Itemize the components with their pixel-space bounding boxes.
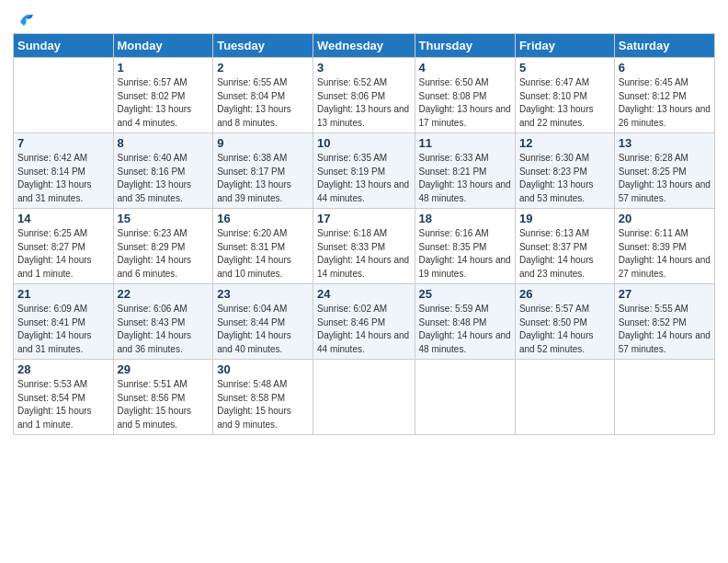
day-info: Sunrise: 6:50 AMSunset: 8:08 PMDaylight:… xyxy=(419,76,511,130)
calendar-cell xyxy=(313,360,415,435)
calendar-cell: 27 Sunrise: 5:55 AMSunset: 8:52 PMDaylig… xyxy=(614,284,714,360)
day-info: Sunrise: 5:59 AMSunset: 8:48 PMDaylight:… xyxy=(419,303,511,356)
day-info: Sunrise: 6:30 AMSunset: 8:23 PMDaylight:… xyxy=(519,152,610,205)
day-number: 5 xyxy=(519,61,610,75)
day-info: Sunrise: 5:48 AMSunset: 8:58 PMDaylight:… xyxy=(217,378,309,431)
day-info: Sunrise: 5:51 AMSunset: 8:56 PMDaylight:… xyxy=(118,378,210,431)
day-number: 21 xyxy=(17,287,109,301)
day-number: 24 xyxy=(317,287,410,301)
calendar-cell: 18 Sunrise: 6:16 AMSunset: 8:35 PMDaylig… xyxy=(415,209,515,284)
calendar-cell: 9 Sunrise: 6:38 AMSunset: 8:17 PMDayligh… xyxy=(213,133,313,209)
calendar-cell: 13 Sunrise: 6:28 AMSunset: 8:25 PMDaylig… xyxy=(614,133,714,209)
day-info: Sunrise: 6:02 AMSunset: 8:46 PMDaylight:… xyxy=(317,303,410,356)
day-info: Sunrise: 6:33 AMSunset: 8:21 PMDaylight:… xyxy=(419,152,511,205)
day-number: 29 xyxy=(118,362,210,376)
calendar-cell: 7 Sunrise: 6:42 AMSunset: 8:14 PMDayligh… xyxy=(14,133,114,209)
day-info: Sunrise: 6:09 AMSunset: 8:41 PMDaylight:… xyxy=(17,303,109,356)
day-number: 26 xyxy=(519,287,610,301)
day-number: 13 xyxy=(619,136,711,150)
day-number: 23 xyxy=(217,287,309,301)
calendar-cell: 2 Sunrise: 6:55 AMSunset: 8:04 PMDayligh… xyxy=(213,58,313,133)
calendar-cell: 24 Sunrise: 6:02 AMSunset: 8:46 PMDaylig… xyxy=(313,284,415,360)
day-number: 16 xyxy=(217,212,309,225)
day-number: 14 xyxy=(17,212,109,225)
calendar-cell: 11 Sunrise: 6:33 AMSunset: 8:21 PMDaylig… xyxy=(415,133,515,209)
day-number: 27 xyxy=(619,287,711,301)
weekday-header-thursday: Thursday xyxy=(415,34,515,58)
day-number: 20 xyxy=(619,212,711,225)
calendar-cell: 23 Sunrise: 6:04 AMSunset: 8:44 PMDaylig… xyxy=(213,284,313,360)
day-number: 17 xyxy=(317,212,410,225)
calendar-week-row: 28 Sunrise: 5:53 AMSunset: 8:54 PMDaylig… xyxy=(14,360,715,435)
day-number: 1 xyxy=(118,61,210,75)
calendar-cell: 15 Sunrise: 6:23 AMSunset: 8:29 PMDaylig… xyxy=(113,209,213,284)
calendar-cell: 20 Sunrise: 6:11 AMSunset: 8:39 PMDaylig… xyxy=(614,209,714,284)
calendar-cell: 26 Sunrise: 5:57 AMSunset: 8:50 PMDaylig… xyxy=(515,284,614,360)
calendar-cell: 29 Sunrise: 5:51 AMSunset: 8:56 PMDaylig… xyxy=(113,360,213,435)
weekday-header-tuesday: Tuesday xyxy=(213,34,313,58)
day-info: Sunrise: 6:55 AMSunset: 8:04 PMDaylight:… xyxy=(217,76,309,130)
calendar-cell: 16 Sunrise: 6:20 AMSunset: 8:31 PMDaylig… xyxy=(213,209,313,284)
calendar-cell: 1 Sunrise: 6:57 AMSunset: 8:02 PMDayligh… xyxy=(113,58,213,133)
day-info: Sunrise: 6:25 AMSunset: 8:27 PMDaylight:… xyxy=(17,227,109,281)
calendar-cell: 12 Sunrise: 6:30 AMSunset: 8:23 PMDaylig… xyxy=(515,133,614,209)
calendar-cell: 22 Sunrise: 6:06 AMSunset: 8:43 PMDaylig… xyxy=(113,284,213,360)
weekday-header-sunday: Sunday xyxy=(14,34,114,58)
day-info: Sunrise: 6:04 AMSunset: 8:44 PMDaylight:… xyxy=(217,303,309,356)
day-number: 8 xyxy=(118,136,210,150)
calendar-cell: 14 Sunrise: 6:25 AMSunset: 8:27 PMDaylig… xyxy=(14,209,114,284)
day-number: 7 xyxy=(17,136,109,150)
day-number: 18 xyxy=(419,212,511,225)
calendar-cell: 3 Sunrise: 6:52 AMSunset: 8:06 PMDayligh… xyxy=(313,58,415,133)
calendar-cell: 25 Sunrise: 5:59 AMSunset: 8:48 PMDaylig… xyxy=(415,284,515,360)
calendar-header-row: SundayMondayTuesdayWednesdayThursdayFrid… xyxy=(14,34,715,58)
calendar-week-row: 14 Sunrise: 6:25 AMSunset: 8:27 PMDaylig… xyxy=(14,209,715,284)
day-number: 4 xyxy=(419,61,511,75)
weekday-header-saturday: Saturday xyxy=(614,34,714,58)
page: SundayMondayTuesdayWednesdayThursdayFrid… xyxy=(0,0,728,563)
calendar-cell: 21 Sunrise: 6:09 AMSunset: 8:41 PMDaylig… xyxy=(14,284,114,360)
day-number: 15 xyxy=(118,212,210,225)
day-info: Sunrise: 6:45 AMSunset: 8:12 PMDaylight:… xyxy=(619,76,711,130)
day-number: 11 xyxy=(419,136,511,150)
day-info: Sunrise: 6:52 AMSunset: 8:06 PMDaylight:… xyxy=(317,76,410,130)
day-number: 10 xyxy=(317,136,410,150)
weekday-header-monday: Monday xyxy=(113,34,213,58)
calendar-cell xyxy=(515,360,614,435)
day-info: Sunrise: 5:55 AMSunset: 8:52 PMDaylight:… xyxy=(619,303,711,356)
logo xyxy=(13,9,37,28)
calendar-cell: 30 Sunrise: 5:48 AMSunset: 8:58 PMDaylig… xyxy=(213,360,313,435)
day-number: 25 xyxy=(419,287,511,301)
day-number: 3 xyxy=(317,61,410,75)
day-info: Sunrise: 5:57 AMSunset: 8:50 PMDaylight:… xyxy=(519,303,610,356)
day-info: Sunrise: 6:13 AMSunset: 8:37 PMDaylight:… xyxy=(519,227,610,281)
calendar-week-row: 1 Sunrise: 6:57 AMSunset: 8:02 PMDayligh… xyxy=(14,58,715,133)
calendar-cell: 19 Sunrise: 6:13 AMSunset: 8:37 PMDaylig… xyxy=(515,209,614,284)
day-number: 22 xyxy=(118,287,210,301)
calendar-cell xyxy=(614,360,714,435)
calendar-cell: 5 Sunrise: 6:47 AMSunset: 8:10 PMDayligh… xyxy=(515,58,614,133)
calendar-cell: 4 Sunrise: 6:50 AMSunset: 8:08 PMDayligh… xyxy=(415,58,515,133)
day-info: Sunrise: 6:20 AMSunset: 8:31 PMDaylight:… xyxy=(217,227,309,281)
day-info: Sunrise: 6:18 AMSunset: 8:33 PMDaylight:… xyxy=(317,227,410,281)
day-info: Sunrise: 6:16 AMSunset: 8:35 PMDaylight:… xyxy=(419,227,511,281)
day-info: Sunrise: 6:47 AMSunset: 8:10 PMDaylight:… xyxy=(519,76,610,130)
logo-bird-icon xyxy=(17,9,37,29)
day-number: 30 xyxy=(217,362,309,376)
day-number: 28 xyxy=(17,362,109,376)
calendar-cell: 17 Sunrise: 6:18 AMSunset: 8:33 PMDaylig… xyxy=(313,209,415,284)
calendar-week-row: 7 Sunrise: 6:42 AMSunset: 8:14 PMDayligh… xyxy=(14,133,715,209)
day-number: 2 xyxy=(217,61,309,75)
day-info: Sunrise: 6:38 AMSunset: 8:17 PMDaylight:… xyxy=(217,152,309,205)
day-number: 6 xyxy=(619,61,711,75)
day-info: Sunrise: 6:35 AMSunset: 8:19 PMDaylight:… xyxy=(317,152,410,205)
day-info: Sunrise: 6:23 AMSunset: 8:29 PMDaylight:… xyxy=(118,227,210,281)
day-info: Sunrise: 6:06 AMSunset: 8:43 PMDaylight:… xyxy=(118,303,210,356)
day-info: Sunrise: 5:53 AMSunset: 8:54 PMDaylight:… xyxy=(17,378,109,431)
calendar-cell: 6 Sunrise: 6:45 AMSunset: 8:12 PMDayligh… xyxy=(614,58,714,133)
day-number: 12 xyxy=(519,136,610,150)
weekday-header-wednesday: Wednesday xyxy=(313,34,415,58)
day-number: 9 xyxy=(217,136,309,150)
calendar-cell: 28 Sunrise: 5:53 AMSunset: 8:54 PMDaylig… xyxy=(14,360,114,435)
header xyxy=(13,9,715,28)
